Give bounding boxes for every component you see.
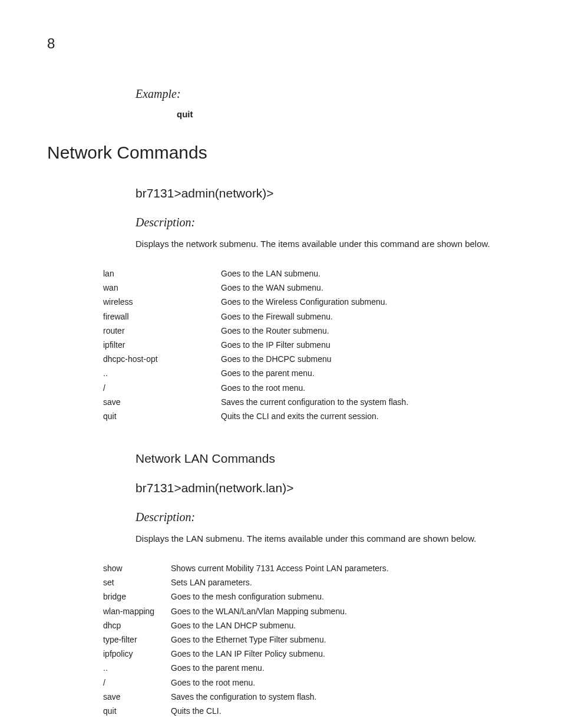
command-name: quit [103, 704, 171, 718]
command-desc: Goes to the parent menu. [221, 366, 515, 380]
prompt-network-lan: br7131>admin(network.lan)> [135, 481, 515, 495]
description-text: Displays the network submenu. The items … [135, 238, 515, 250]
table-row: dhcpGoes to the LAN DHCP submenu. [103, 618, 515, 633]
command-name: show [103, 561, 171, 575]
command-desc: Goes to the Router submenu. [221, 324, 515, 338]
section-title-network-commands: Network Commands [47, 143, 515, 163]
table-row: saveSaves the current configuration to t… [103, 395, 515, 409]
table-row: wlan-mappingGoes to the WLAN/Lan/Vlan Ma… [103, 604, 515, 618]
table-row: ipfilterGoes to the IP Filter submenu [103, 338, 515, 352]
table-row: /Goes to the root menu. [103, 381, 515, 395]
prompt-network: br7131>admin(network)> [135, 186, 515, 200]
command-desc: Goes to the LAN DHCP submenu. [171, 618, 515, 633]
command-name: / [103, 676, 171, 690]
table-row: quitQuits the CLI and exits the current … [103, 409, 515, 423]
description-heading: Description: [135, 216, 515, 229]
command-name: / [103, 381, 221, 395]
command-name: wan [103, 281, 221, 295]
command-desc: Shows current Mobility 7131 Access Point… [171, 561, 515, 575]
table-row: dhcpc-host-optGoes to the DHCPC submenu [103, 352, 515, 366]
command-table-network-lan: showShows current Mobility 7131 Access P… [103, 561, 515, 718]
example-code: quit [177, 109, 193, 119]
page-number: 8 [47, 35, 515, 52]
command-name: bridge [103, 589, 171, 604]
table-row: routerGoes to the Router submenu. [103, 324, 515, 338]
command-desc: Goes to the WAN submenu. [221, 281, 515, 295]
table-row: lanGoes to the LAN submenu. [103, 266, 515, 281]
command-desc: Goes to the mesh configuration submenu. [171, 589, 515, 604]
table-row: firewallGoes to the Firewall submenu. [103, 309, 515, 324]
table-row: showShows current Mobility 7131 Access P… [103, 561, 515, 575]
command-table-network: lanGoes to the LAN submenu. wanGoes to t… [103, 266, 515, 423]
table-row: saveSaves the configuration to system fl… [103, 690, 515, 704]
table-row: ipfpolicyGoes to the LAN IP Filter Polic… [103, 647, 515, 661]
command-name: save [103, 690, 171, 704]
command-name: dhcp [103, 618, 171, 633]
document-page: 8 Example: quit Network Commands br7131>… [0, 0, 562, 728]
command-name: type-filter [103, 633, 171, 647]
command-name: wireless [103, 295, 221, 309]
command-name: firewall [103, 309, 221, 324]
command-desc: Sets LAN parameters. [171, 575, 515, 589]
example-block: Example: quit [135, 87, 515, 143]
command-desc: Goes to the parent menu. [171, 661, 515, 675]
command-name: quit [103, 409, 221, 423]
command-desc: Goes to the DHCPC submenu [221, 352, 515, 366]
command-name: .. [103, 366, 221, 380]
command-table: showShows current Mobility 7131 Access P… [103, 561, 515, 718]
command-desc: Goes to the LAN submenu. [221, 266, 515, 281]
command-desc: Goes to the IP Filter submenu [221, 338, 515, 352]
table-row: wirelessGoes to the Wireless Configurati… [103, 295, 515, 309]
command-name: ipfpolicy [103, 647, 171, 661]
description-text: Displays the LAN submenu. The items avai… [135, 532, 515, 545]
table-row: /Goes to the root menu. [103, 676, 515, 690]
command-desc: Saves the current configuration to the s… [221, 395, 515, 409]
command-desc: Goes to the root menu. [171, 676, 515, 690]
table-row: ..Goes to the parent menu. [103, 661, 515, 675]
command-name: lan [103, 266, 221, 281]
command-desc: Quits the CLI and exits the current sess… [221, 409, 515, 423]
command-name: wlan-mapping [103, 604, 171, 618]
example-heading: Example: [135, 87, 515, 101]
command-desc: Goes to the root menu. [221, 381, 515, 395]
table-row: type-filterGoes to the Ethernet Type Fil… [103, 633, 515, 647]
table-row: bridgeGoes to the mesh configuration sub… [103, 589, 515, 604]
command-name: .. [103, 661, 171, 675]
table-row: quitQuits the CLI. [103, 704, 515, 718]
command-desc: Quits the CLI. [171, 704, 515, 718]
section-network: br7131>admin(network)> Description: Disp… [135, 186, 515, 250]
command-desc: Goes to the Ethernet Type Filter submenu… [171, 633, 515, 647]
command-name: router [103, 324, 221, 338]
subheading-lan-commands: Network LAN Commands [135, 452, 515, 466]
table-row: ..Goes to the parent menu. [103, 366, 515, 380]
command-desc: Goes to the LAN IP Filter Policy submenu… [171, 647, 515, 661]
command-desc: Goes to the WLAN/Lan/Vlan Mapping submen… [171, 604, 515, 618]
command-desc: Goes to the Wireless Configuration subme… [221, 295, 515, 309]
table-row: setSets LAN parameters. [103, 575, 515, 589]
section-network-lan: Network LAN Commands br7131>admin(networ… [135, 452, 515, 545]
table-row: wanGoes to the WAN submenu. [103, 281, 515, 295]
command-name: ipfilter [103, 338, 221, 352]
command-name: set [103, 575, 171, 589]
command-name: dhcpc-host-opt [103, 352, 221, 366]
command-desc: Goes to the Firewall submenu. [221, 309, 515, 324]
command-table: lanGoes to the LAN submenu. wanGoes to t… [103, 266, 515, 423]
command-name: save [103, 395, 221, 409]
command-desc: Saves the configuration to system flash. [171, 690, 515, 704]
description-heading: Description: [135, 510, 515, 524]
